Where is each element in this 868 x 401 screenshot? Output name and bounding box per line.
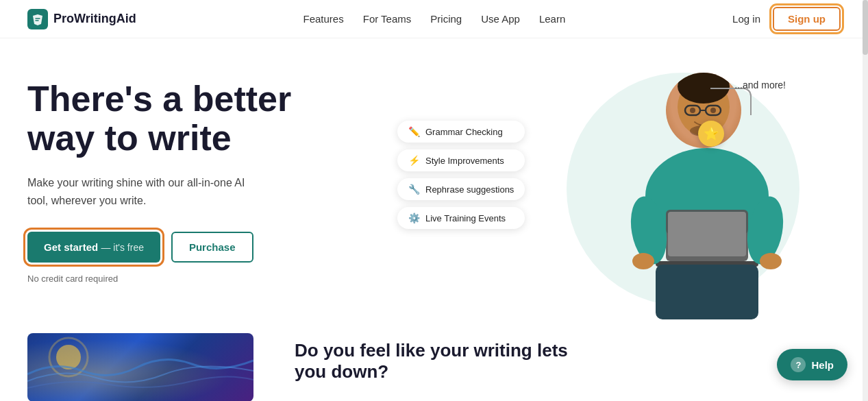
scrollbar[interactable]	[863, 0, 868, 401]
pill-grammar: ✏️ Grammar Checking	[397, 121, 525, 143]
pill-training-label: Live Training Events	[425, 213, 506, 223]
pill-style: ⚡ Style Improvements	[397, 149, 525, 171]
svg-rect-17	[656, 265, 758, 319]
pill-training: ⚙️ Live Training Events	[397, 207, 525, 229]
scroll-thumb[interactable]	[863, 0, 868, 55]
lightning-icon: ⚡	[408, 155, 420, 166]
hero-section: There's a better way to write Make your …	[0, 38, 868, 319]
bottom-section: Do you feel like your writing lets you d…	[0, 319, 868, 401]
nav-for-teams[interactable]: For Teams	[363, 13, 412, 25]
pencil-icon: ✏️	[408, 126, 420, 137]
logo-icon	[27, 9, 48, 29]
brand-name: ProWritingAid	[53, 12, 136, 26]
pill-rephrase-label: Rephrase suggestions	[425, 184, 514, 195]
person-body-svg	[628, 141, 786, 319]
svg-point-6	[690, 108, 695, 113]
pill-grammar-label: Grammar Checking	[425, 127, 503, 137]
star-badge: ⭐	[698, 121, 724, 147]
no-credit-card-text: No credit card required	[27, 274, 384, 284]
pill-style-label: Style Improvements	[425, 156, 504, 166]
nav-right: Log in Sign up	[732, 7, 841, 31]
starry-night-svg	[27, 333, 253, 401]
hero-subtitle: Make your writing shine with our all-in-…	[27, 174, 247, 209]
nav-features[interactable]: Features	[303, 13, 344, 25]
bottom-image	[27, 333, 253, 401]
pill-rephrase: 🔧 Rephrase suggestions	[397, 178, 525, 200]
svg-rect-11	[668, 212, 746, 256]
svg-point-15	[632, 253, 654, 269]
get-started-button[interactable]: Get started — it's free	[27, 232, 160, 263]
hero-buttons: Get started — it's free Purchase	[27, 232, 384, 263]
gear-icon: ⚙️	[408, 212, 420, 223]
hero-left: There's a better way to write Make your …	[27, 66, 384, 284]
and-more-label: ...and more!	[734, 80, 786, 90]
nav-use-app[interactable]: Use App	[481, 13, 520, 25]
help-button[interactable]: ? Help	[777, 349, 847, 380]
feature-pills: ✏️ Grammar Checking ⚡ Style Improvements…	[397, 121, 525, 229]
hero-illustration: ...and more!	[384, 66, 841, 319]
nav-pricing[interactable]: Pricing	[430, 13, 462, 25]
help-icon: ?	[791, 357, 806, 372]
nav-learn[interactable]: Learn	[539, 13, 565, 25]
signup-button[interactable]: Sign up	[773, 7, 841, 31]
navbar: ProWritingAid Features For Teams Pricing…	[0, 0, 868, 38]
logo-link[interactable]: ProWritingAid	[27, 9, 136, 29]
bottom-question: Do you feel like your writing lets you d…	[295, 340, 582, 382]
wrench-icon: 🔧	[408, 184, 420, 195]
and-more-line	[710, 88, 752, 115]
hero-title: There's a better way to write	[27, 80, 384, 158]
login-link[interactable]: Log in	[732, 13, 760, 25]
purchase-button[interactable]: Purchase	[171, 232, 253, 263]
svg-point-16	[760, 253, 782, 269]
bottom-right: Do you feel like your writing lets you d…	[295, 333, 582, 382]
nav-links: Features For Teams Pricing Use App Learn	[303, 13, 566, 25]
help-label: Help	[811, 359, 834, 371]
